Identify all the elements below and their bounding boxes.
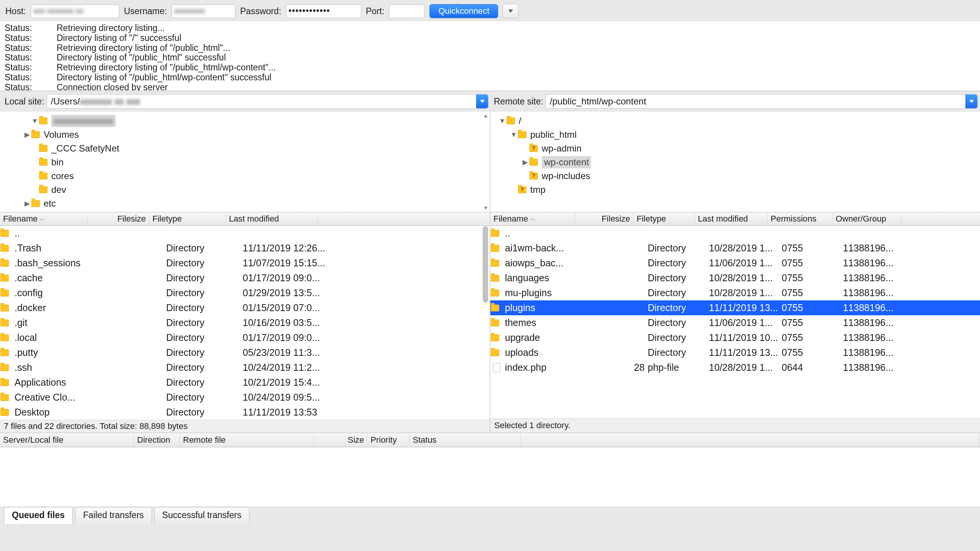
tree-node[interactable]: ▼ public_html	[490, 128, 980, 142]
file-row[interactable]: Desktop Directory 11/11/2019 13:53	[0, 405, 490, 420]
col-remote-file[interactable]: Remote file	[180, 433, 314, 447]
file-row[interactable]: index.php 28 php-file 10/28/2019 1... 06…	[490, 360, 980, 375]
file-row[interactable]: .Trash Directory 11/11/2019 12:26...	[0, 241, 490, 256]
local-status: 7 files and 22 directories. Total size: …	[0, 420, 490, 432]
tree-node[interactable]: _CCC SafetyNet	[0, 142, 490, 155]
host-input[interactable]: xxx xxxxxxx xx	[31, 4, 119, 18]
file-row[interactable]: .local Directory 01/17/2019 09:0...	[0, 330, 490, 345]
site-path-row: Local site: /Users/xxxxxxx xx xxx Remote…	[0, 91, 980, 112]
remote-site-combo[interactable]: /public_html/wp-content	[546, 94, 978, 109]
col-filetype[interactable]: Filetype	[634, 212, 695, 225]
scroll-up-icon[interactable]: ▲	[483, 112, 488, 119]
file-row[interactable]: Applications Directory 10/21/2019 15:4..…	[0, 375, 490, 390]
scroll-down-icon[interactable]: ▼	[483, 205, 488, 212]
queue-tabs: Queued files Failed transfers Successful…	[0, 507, 980, 524]
file-row[interactable]: .putty Directory 05/23/2019 11:3...	[0, 345, 490, 360]
remote-site-dropdown[interactable]	[965, 95, 977, 108]
col-filesize[interactable]: Filesize	[88, 212, 149, 225]
disclosure-icon[interactable]: ▶	[521, 158, 529, 167]
file-row[interactable]: ..	[490, 226, 980, 241]
tree-node[interactable]: ▼ xxxxxxxxxxxxx	[0, 114, 490, 128]
file-row[interactable]: themes Directory 11/06/2019 1... 0755 11…	[490, 315, 980, 330]
disclosure-icon[interactable]: ▶	[23, 199, 31, 208]
folder-icon	[518, 186, 526, 193]
col-server-file[interactable]: Server/Local file	[0, 433, 134, 447]
tree-node[interactable]: dev	[0, 183, 490, 197]
folder-icon	[39, 186, 47, 193]
tree-node[interactable]: ▶ Volumes	[0, 128, 490, 142]
file-row[interactable]: mu-plugins Directory 10/28/2019 1... 075…	[490, 285, 980, 300]
disclosure-icon[interactable]: ▼	[510, 130, 518, 139]
quickconnect-bar: Host: xxx xxxxxxx xx Username: xxxxxxxx …	[0, 0, 980, 21]
tab-successful-transfers[interactable]: Successful transfers	[154, 507, 250, 524]
port-input[interactable]	[389, 4, 425, 18]
col-modified[interactable]: Last modified	[226, 212, 318, 225]
col-modified[interactable]: Last modified	[695, 212, 768, 225]
folder-icon	[0, 275, 9, 282]
main-panes: ▼ xxxxxxxxxxxxx ▶ Volumes _CCC SafetyNet…	[0, 112, 980, 432]
folder-icon	[529, 173, 538, 179]
queue-body[interactable]	[0, 447, 980, 507]
file-row[interactable]: .config Directory 01/29/2019 13:5...	[0, 285, 490, 300]
message-log[interactable]: Status:Retrieving directory listing... S…	[0, 21, 980, 91]
tree-scrollbar[interactable]: ▲ ▼	[483, 112, 489, 212]
password-input[interactable]: ••••••••••••	[286, 4, 361, 18]
col-filetype[interactable]: Filetype	[149, 212, 226, 225]
file-row[interactable]: ..	[0, 226, 490, 241]
tree-node[interactable]: cores	[0, 169, 490, 183]
file-row[interactable]: .cache Directory 01/17/2019 09:0...	[0, 271, 490, 285]
col-size[interactable]: Size	[314, 433, 368, 447]
disclosure-icon[interactable]: ▼	[498, 117, 506, 126]
col-direction[interactable]: Direction	[134, 433, 180, 447]
quickconnect-button[interactable]: Quickconnect	[430, 4, 498, 18]
file-row[interactable]: ai1wm-back... Directory 10/28/2019 1... …	[490, 241, 980, 256]
disclosure-icon[interactable]: ▶	[23, 130, 31, 139]
file-row[interactable]: upgrade Directory 11/11/2019 10... 0755 …	[490, 330, 980, 345]
col-filesize[interactable]: Filesize	[575, 212, 634, 225]
file-row[interactable]: aiowps_bac... Directory 11/06/2019 1... …	[490, 256, 980, 271]
tree-node[interactable]: ▶ wp-content	[490, 155, 980, 169]
folder-icon	[0, 245, 9, 252]
col-filename[interactable]: Filename︿	[490, 212, 575, 225]
file-row[interactable]: .ssh Directory 10/24/2019 11:2...	[0, 360, 490, 375]
tree-node[interactable]: ▼ /	[490, 114, 980, 128]
local-list-scrollbar[interactable]	[482, 226, 489, 419]
tree-node[interactable]: bin	[0, 155, 490, 169]
sort-asc-icon: ︿	[40, 215, 45, 222]
file-row[interactable]: .docker Directory 01/15/2019 07:0...	[0, 300, 490, 315]
local-directory-tree[interactable]: ▼ xxxxxxxxxxxxx ▶ Volumes _CCC SafetyNet…	[0, 112, 490, 212]
disclosure-icon[interactable]: ▼	[31, 117, 39, 126]
tab-failed-transfers[interactable]: Failed transfers	[75, 507, 152, 524]
file-row[interactable]: languages Directory 10/28/2019 1... 0755…	[490, 271, 980, 285]
quickconnect-history-button[interactable]	[503, 4, 519, 18]
file-row[interactable]: .git Directory 10/16/2019 03:5...	[0, 315, 490, 330]
col-permissions[interactable]: Permissions	[768, 212, 833, 225]
file-row[interactable]: plugins Directory 11/11/2019 13... 0755 …	[490, 300, 980, 315]
remote-directory-tree[interactable]: ▼ / ▼ public_html wp-admin ▶ wp-content …	[490, 112, 980, 212]
file-row[interactable]: Creative Clo... Directory 10/24/2019 09:…	[0, 390, 490, 405]
local-site-combo[interactable]: /Users/xxxxxxx xx xxx	[47, 94, 488, 109]
chevron-down-icon	[508, 10, 513, 13]
chevron-down-icon	[480, 100, 485, 103]
username-input[interactable]: xxxxxxxx	[172, 4, 235, 18]
folder-icon	[529, 159, 538, 166]
file-row[interactable]: uploads Directory 11/11/2019 13... 0755 …	[490, 345, 980, 360]
local-file-list[interactable]: Filename︿ Filesize Filetype Last modifie…	[0, 212, 490, 420]
tree-node[interactable]: wp-admin	[490, 142, 980, 155]
col-priority[interactable]: Priority	[368, 433, 410, 447]
file-row[interactable]: .bash_sessions Directory 11/07/2019 15:1…	[0, 256, 490, 271]
col-status[interactable]: Status	[410, 433, 521, 447]
folder-icon	[39, 145, 47, 152]
folder-icon	[491, 305, 499, 311]
folder-icon	[0, 394, 9, 401]
folder-icon	[0, 260, 9, 267]
col-owner[interactable]: Owner/Group	[833, 212, 902, 225]
tab-queued-files[interactable]: Queued files	[4, 507, 73, 524]
remote-status: Selected 1 directory.	[490, 418, 980, 432]
remote-file-list[interactable]: Filename︿ Filesize Filetype Last modifie…	[490, 212, 980, 418]
tree-node[interactable]: ▶ etc	[0, 197, 490, 210]
local-site-dropdown[interactable]	[476, 95, 488, 108]
tree-node[interactable]: wp-includes	[490, 169, 980, 183]
tree-node[interactable]: tmp	[490, 183, 980, 197]
col-filename[interactable]: Filename︿	[0, 212, 88, 225]
